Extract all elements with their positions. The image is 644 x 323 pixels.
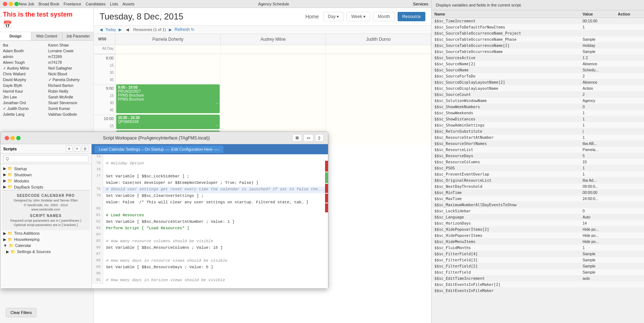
scripts-search-input[interactable] [3,155,88,162]
resource-richard-barton[interactable]: Richard Barton [47,83,92,88]
maximize-btn[interactable] [14,2,19,6]
cell-1000-1[interactable]: 10:00 - 10:30 QPSM00168 – [115,115,221,123]
cell-900-3[interactable] [326,84,431,93]
variable-row[interactable]: $$sc_ShowAdminSettings1 [431,122,644,128]
variable-row[interactable]: $$sc_TimeIncrement00:15:00 [431,18,644,24]
variable-row[interactable]: $$sc_FilterField[4]Sample [431,251,644,257]
resource-adam-booth[interactable]: Adam Booth [1,48,47,54]
tab-web-content[interactable]: Web Content [31,32,63,40]
tree-tims-additions[interactable]: ▶ 📁 Tims Additions [2,230,90,236]
cell-845-3[interactable] [326,77,431,84]
variable-row[interactable]: $$sc_ShowWeekends1 [431,110,644,116]
nav-prev-arrow[interactable]: ◀ [100,27,102,32]
variable-row[interactable]: $$sc_ReturnSubstitute| [431,128,644,134]
cell-1030-3[interactable] [326,130,431,138]
resource-sumit-kumar[interactable]: Sumit Kumar [47,106,92,111]
menu-broad-book[interactable]: Broad Book [39,2,59,6]
resource-aileen-tough[interactable]: Aileen Tough [1,59,47,65]
menu-candidates[interactable]: Candidates [86,2,106,6]
variable-row[interactable]: $$sc_ResourceListPamela... [431,147,644,153]
resource-neil-gallagher[interactable]: Neil Gallagher [47,65,92,71]
variable-row[interactable]: $$sc_SourceTableOccurrenceName_Project [431,30,644,36]
cell-800-2[interactable] [221,54,326,63]
cell-830-1[interactable] [115,70,221,77]
tree-startup[interactable]: ▶ 📁 Startup [2,165,90,172]
nav-month-btn[interactable]: Month [373,12,394,21]
scripts-action-2[interactable]: + [74,146,80,152]
variable-row[interactable]: $$sc_HorizonDays14 [431,220,644,226]
resource-jim-law[interactable]: Jim Law [1,94,47,100]
variable-row[interactable]: $$sc_ResourceDays5 [431,153,644,159]
variable-row[interactable]: $$sc_SourceToDefaultForNewItems1 [431,24,644,30]
resource-vaibhav-godbole[interactable]: Vaibhav Godbole [47,111,92,117]
scripts-action-3[interactable]: ⎙ [82,146,88,152]
script-close-btn[interactable] [5,136,9,140]
script-col-btn[interactable]: ▯ [315,134,324,142]
cell-830-2[interactable] [221,70,326,77]
tree-modules[interactable]: ▶ 📁 Modules [2,178,90,184]
variable-row[interactable]: $$sc_HidePopoverItems[2]Hide po... [431,226,644,233]
variable-row[interactable]: $$sc_SourceDisplayLayoutNameAction [431,85,644,92]
cell-815-1[interactable] [115,63,221,70]
resource-jonathan-ord[interactable]: Jonathan Ord [1,100,47,106]
menu-services[interactable]: Services [413,2,428,6]
cell-1000-3[interactable] [326,115,431,123]
variable-row[interactable]: $$sc_PreventEventOverlap1 [431,171,644,177]
cell-1015-2[interactable] [221,123,326,130]
variable-row[interactable]: $$sc_MaximumNumberAllDayEventsToShow [431,202,644,208]
variable-row[interactable]: $$sc_MaxTime24:00:0... [431,196,644,202]
tree-shutdown[interactable]: ▶ 📁 Shutdown [2,172,90,178]
script-minimize-btn[interactable] [10,136,15,140]
variable-row[interactable]: $$sc_SolutionWindowNameAgency [431,98,644,104]
cell-900-1[interactable]: 9:00 - 10:00 PRUAG02827 PPMS Brochure PP… [115,84,221,93]
variable-row[interactable]: $$sc_EditTimeIncrementauto [431,275,644,282]
cell-915-3[interactable] [326,93,431,100]
resource-juliette-lang[interactable]: Juliette Lang [1,111,47,117]
close-btn[interactable] [3,2,7,6]
tree-calendar[interactable]: ▼ 📁 Calendar [2,243,90,249]
tree-housekeeping[interactable]: ▶ 📁 Housekeeping [2,236,90,243]
variable-row[interactable]: $$sc_ShowWeekNumbers0 [431,104,644,110]
tab-job-parameter[interactable]: Job Parameter [62,32,93,40]
variable-row[interactable]: $$sc_FilterFieldSample [431,269,644,275]
script-split-btn[interactable]: ▭ [303,134,314,142]
variable-row[interactable]: $$sc_SourceTableOccurrenceNameSample [431,49,644,55]
variable-row[interactable]: $$sc_SourcesActive1 2 [431,55,644,61]
cell-1000-2[interactable] [221,115,326,123]
nav-week-btn[interactable]: Week ▾ [346,12,370,21]
nav-resources-next[interactable]: ▶ [169,27,172,32]
cell-845-2[interactable] [221,77,326,84]
variable-row[interactable]: $$sc_SourceNameSchedu... [431,67,644,73]
resource-stuart-stevenson[interactable]: Stuart Stevenson [47,100,92,106]
resource-gayle-blyth[interactable]: Gayle Blyth [1,83,47,88]
cell-815-2[interactable] [221,63,326,70]
variable-row[interactable]: $$sc_EditEventsInFileMaker[2] [431,282,644,288]
menu-assets[interactable]: Assets [122,2,134,6]
event-pruag02827[interactable]: 9:00 - 10:00 PRUAG02827 PPMS Brochure PP… [116,84,220,113]
script-maximize-btn[interactable] [16,136,21,140]
resource-chris-wallard[interactable]: Chris Wallard [1,71,47,77]
resource-karen-shaw[interactable]: Karen Shaw [47,42,92,48]
variable-row[interactable]: $$sc_PSOS1 [431,165,644,171]
variable-row[interactable]: $$sc_SourceName[2]Absence [431,61,644,67]
nav-day-btn[interactable]: Day ▾ [323,12,344,21]
resource-admin[interactable]: admin [1,54,47,59]
nav-resource-btn[interactable]: Resource [398,12,425,21]
variable-row[interactable]: $$sc_SourceTableOccurrenceName[2]Holiday [431,43,644,49]
cell-930-3[interactable] [326,100,431,107]
variable-row[interactable]: $$sc_FilterField[3]Sample [431,257,644,263]
resource-sarah-mcArdle[interactable]: Sarah McArdle [47,94,92,100]
variable-row[interactable]: $$sc_MinTime00:00:00 [431,190,644,196]
variable-row[interactable]: $$sc_FluidMonths1 [431,245,644,251]
menu-new-job[interactable]: New Job [19,2,34,6]
tree-dayback[interactable]: ▶ 📁 DayBack Scripts [2,184,90,190]
variable-row[interactable]: $$sc_OriginalResourceListtba Ad... [431,177,644,183]
cell-915-2[interactable] [221,93,326,100]
variable-row[interactable]: $$sc_SourceDisplayLayoutName[2]Absence [431,79,644,85]
active-script-tab[interactable]: Load Calendar Settings – On Startup ----… [95,146,223,153]
nav-home-btn[interactable]: Home [304,12,320,21]
menu-lists[interactable]: Lists [110,2,118,6]
menu-freelance[interactable]: Freelance [63,2,81,6]
variable-row[interactable]: $$sc_SourceCount2 [431,92,644,98]
variable-row[interactable]: $$sc_FilterField[2]Sample [431,263,644,269]
